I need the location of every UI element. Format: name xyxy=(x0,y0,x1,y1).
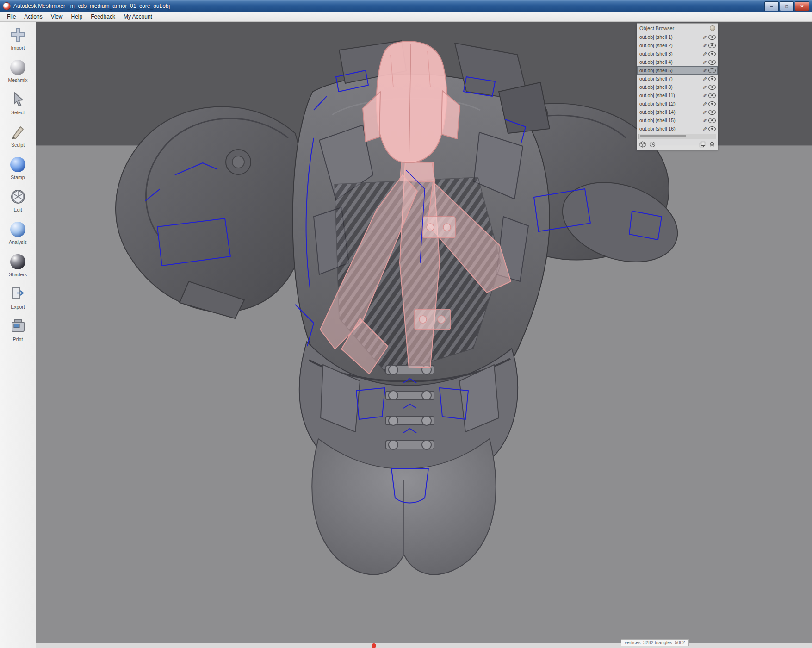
menu-help[interactable]: Help xyxy=(67,12,87,21)
menu-actions[interactable]: Actions xyxy=(20,12,46,21)
duplicate-icon[interactable] xyxy=(699,141,706,149)
visibility-eye-icon[interactable] xyxy=(708,85,716,90)
shell-label: out.obj (shell 8) xyxy=(639,84,700,90)
viewport-bottom-strip xyxy=(36,643,812,648)
menu-file[interactable]: File xyxy=(3,12,20,21)
tool-label: Analysis xyxy=(9,239,27,245)
edit-shell-icon[interactable]: ✎ xyxy=(701,68,707,72)
visibility-eye-icon[interactable] xyxy=(708,43,716,48)
shell-row[interactable]: out.obj (shell 3) ✎ xyxy=(637,50,718,58)
shell-label: out.obj (shell 2) xyxy=(639,43,700,48)
edit-shell-icon[interactable]: ✎ xyxy=(701,110,707,114)
titlebar[interactable]: Autodesk Meshmixer - m_cds_medium_armor_… xyxy=(0,0,812,12)
tool-stamp[interactable]: Stamp xyxy=(0,156,36,180)
shell-row[interactable]: out.obj (shell 2) ✎ xyxy=(637,41,718,50)
shell-label: out.obj (shell 14) xyxy=(639,109,700,115)
history-clock-icon[interactable] xyxy=(649,141,656,149)
visibility-eye-icon[interactable] xyxy=(708,76,716,81)
shell-row[interactable]: out.obj (shell 14) ✎ xyxy=(637,108,718,116)
menubar: File Actions View Help Feedback My Accou… xyxy=(0,12,812,22)
edit-shell-icon[interactable]: ✎ xyxy=(701,101,707,106)
visibility-eye-icon[interactable] xyxy=(708,93,716,98)
shell-label: out.obj (shell 4) xyxy=(639,59,700,65)
sculpt-icon xyxy=(9,123,27,141)
menu-my-account[interactable]: My Account xyxy=(119,12,156,21)
meshmix-icon xyxy=(9,58,27,76)
shell-row[interactable]: out.obj (shell 16) ✎ xyxy=(637,125,718,133)
edit-shell-icon[interactable]: ✎ xyxy=(701,51,707,56)
print-icon xyxy=(9,318,27,335)
shell-label: out.obj (shell 3) xyxy=(639,51,700,56)
edit-shell-icon[interactable]: ✎ xyxy=(701,85,707,89)
window-controls: – □ ✕ xyxy=(764,1,809,11)
object-browser-title: Object Browser xyxy=(639,25,674,31)
delete-trash-icon[interactable] xyxy=(709,141,715,149)
edit-icon xyxy=(9,188,27,206)
edit-shell-icon[interactable]: ✎ xyxy=(701,118,707,122)
shell-row[interactable]: out.obj (shell 1) ✎ xyxy=(637,33,718,41)
edit-shell-icon[interactable]: ✎ xyxy=(701,60,707,64)
tool-label: Select xyxy=(11,110,25,115)
visibility-eye-icon[interactable] xyxy=(708,35,716,40)
maximize-button[interactable]: □ xyxy=(780,1,794,11)
tool-shaders[interactable]: Shaders xyxy=(0,253,36,277)
tool-meshmix[interactable]: Meshmix xyxy=(0,58,36,83)
edit-shell-icon[interactable]: ✎ xyxy=(701,126,707,131)
visibility-eye-icon[interactable] xyxy=(708,68,716,73)
shell-row-selected[interactable]: out.obj (shell 5) ✎ xyxy=(637,66,718,75)
object-browser-panel: Object Browser out.obj (shell 1) ✎ out.o… xyxy=(637,23,718,150)
shell-row[interactable]: out.obj (shell 15) ✎ xyxy=(637,116,718,125)
export-icon xyxy=(9,285,27,303)
visibility-eye-icon[interactable] xyxy=(708,118,716,123)
shell-row[interactable]: out.obj (shell 7) ✎ xyxy=(637,75,718,83)
shell-row[interactable]: out.obj (shell 11) ✎ xyxy=(637,91,718,100)
analysis-icon xyxy=(9,220,27,238)
edit-shell-icon[interactable]: ✎ xyxy=(701,93,707,97)
tool-analysis[interactable]: Analysis xyxy=(0,220,36,245)
visibility-eye-icon[interactable] xyxy=(708,110,716,115)
close-button[interactable]: ✕ xyxy=(795,1,809,11)
shell-label: out.obj (shell 7) xyxy=(639,76,700,81)
shell-row[interactable]: out.obj (shell 12) ✎ xyxy=(637,100,718,108)
edit-shell-icon[interactable]: ✎ xyxy=(701,76,707,81)
shell-label: out.obj (shell 5) xyxy=(639,68,700,73)
main-toolbar: Import Meshmix Select Sculpt Stamp Edit … xyxy=(0,22,36,648)
shell-row[interactable]: out.obj (shell 8) ✎ xyxy=(637,83,718,91)
visibility-eye-icon[interactable] xyxy=(708,60,716,65)
shell-label: out.obj (shell 15) xyxy=(639,118,700,123)
edit-shell-icon[interactable]: ✎ xyxy=(701,35,707,39)
object-browser-footer xyxy=(637,140,718,150)
tool-sculpt[interactable]: Sculpt xyxy=(0,123,36,148)
record-indicator-dot xyxy=(372,643,376,648)
shell-label: out.obj (shell 11) xyxy=(639,93,700,98)
object-browser-scrollbar[interactable] xyxy=(638,134,716,139)
shaders-icon xyxy=(9,253,27,270)
mesh-stats-tooltip: vertices: 3282 triangles: 5002 xyxy=(621,639,689,646)
visibility-eye-icon[interactable] xyxy=(708,51,716,56)
object-browser-header: Object Browser xyxy=(637,24,718,33)
tool-label: Meshmix xyxy=(8,77,27,83)
stamp-icon xyxy=(9,156,27,173)
visibility-eye-icon[interactable] xyxy=(708,126,716,131)
cube-view-icon[interactable] xyxy=(639,141,646,149)
tool-export[interactable]: Export xyxy=(0,285,36,310)
tool-label: Sculpt xyxy=(11,142,25,148)
shell-row[interactable]: out.obj (shell 4) ✎ xyxy=(637,58,718,66)
shell-label: out.obj (shell 16) xyxy=(639,126,700,131)
panel-close-icon[interactable] xyxy=(710,25,715,31)
menu-view[interactable]: View xyxy=(47,12,67,21)
tool-label: Import xyxy=(11,45,25,50)
tool-print[interactable]: Print xyxy=(0,318,36,342)
scrollbar-thumb[interactable] xyxy=(640,135,686,137)
tool-label: Edit xyxy=(13,207,22,212)
import-icon xyxy=(9,26,27,44)
shell-label: out.obj (shell 12) xyxy=(639,101,700,106)
tool-import[interactable]: Import xyxy=(0,26,36,50)
tool-select[interactable]: Select xyxy=(0,91,36,115)
edit-shell-icon[interactable]: ✎ xyxy=(701,43,707,47)
visibility-eye-icon[interactable] xyxy=(708,101,716,106)
tool-edit[interactable]: Edit xyxy=(0,188,36,212)
minimize-button[interactable]: – xyxy=(764,1,779,11)
tool-label: Export xyxy=(11,304,25,310)
menu-feedback[interactable]: Feedback xyxy=(87,12,119,21)
